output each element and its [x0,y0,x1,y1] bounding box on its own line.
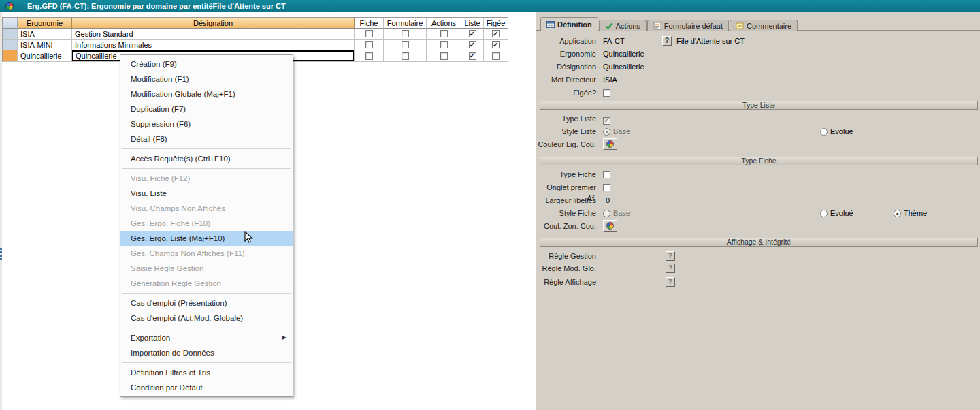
tab-commentaire[interactable]: Commentaire [730,20,798,31]
radio-style-liste-evolue[interactable] [820,128,828,136]
checkbox-fiche[interactable] [365,41,373,48]
checkbox-fiche[interactable] [365,52,373,60]
checkbox-actions[interactable] [440,30,448,37]
tab-actions[interactable]: Actions [599,20,647,31]
menu-item-cas-emploi-presentation[interactable]: Cas d'emploi (Présentation) [120,296,293,311]
menu-item-cas-emploi-act-mod-globale[interactable]: Cas d'emploi (Act.Mod. Globale) [120,311,293,326]
cell-designation[interactable]: Gestion Standard [72,29,355,40]
column-header-liste[interactable]: Liste [461,18,484,29]
menu-item-visu-liste[interactable]: Visu. Liste [120,186,293,201]
detail-panel: Définition Actions Formulaire défaut Com… [536,12,980,410]
submenu-arrow-icon: ▶ [282,330,287,345]
tab-strip: Définition Actions Formulaire défaut Com… [540,17,798,31]
mouse-cursor [244,231,256,243]
note-icon [736,22,744,30]
menu-item-generation-regle-gestion: Génération Règle Gestion [120,276,293,291]
column-header-designation[interactable]: Désignation [72,18,355,29]
checkbox-figee[interactable] [492,52,500,60]
checkbox-formulaire[interactable] [402,41,409,48]
checkbox-actions[interactable] [440,41,448,48]
menu-item-modification-globale[interactable]: Modification Globale (Maj+F1) [120,86,293,101]
menu-item-ges-champs-non-affiches: Ges. Champs Non Affichés (F11) [120,246,293,261]
column-header-ergonomie[interactable]: Ergonomie [18,18,72,29]
row-selector-header[interactable] [3,18,18,29]
checkbox-liste[interactable]: ✓ [469,52,476,60]
menu-item-detail[interactable]: Détail (F8) [120,131,293,146]
table-row[interactable]: ISIA Gestion Standard ✓ ✓ [3,29,508,40]
cell-ergonomie[interactable]: ISIA-MINI [18,40,72,50]
checkbox-formulaire[interactable] [402,30,409,37]
couleur-lig-cou-button[interactable] [603,138,617,150]
column-header-fiche[interactable]: Fiche [355,18,384,29]
palette-icon [606,140,614,148]
field-ergonomie: Ergonomie Quincaillerie [536,48,980,59]
largeur-libelles-value: 0 [606,195,610,206]
field-coul-zon-cou: Coul. Zon. Cou. [536,221,980,232]
menu-item-condition-par-defaut[interactable]: Condition par Défaut [120,380,293,395]
grid-icon [546,20,555,29]
menu-item-acces-requetes[interactable]: Accès Requête(s) (Ctrl+F10) [120,151,293,166]
checkbox-formulaire[interactable] [402,52,409,60]
cell-ergonomie[interactable]: ISIA [18,29,72,40]
column-header-figee[interactable]: Figée [484,18,508,29]
menu-item-modification[interactable]: Modification (F1) [120,72,293,86]
green-check-icon [605,22,613,30]
form-icon [653,22,662,30]
menu-item-ges-ergo-liste[interactable]: Ges. Ergo. Liste (Maj+F10) [120,231,293,246]
cell-ergonomie[interactable]: Quincaillerie [18,50,72,62]
field-onglet-premier-af: Onglet premier Af. [536,182,980,193]
column-header-actions[interactable]: Actions [427,18,461,29]
row-selector[interactable] [3,40,18,50]
table-row[interactable]: ISIA-MINI Informations Minimales ✓ ✓ [3,40,508,50]
application-help-button[interactable]: ? [662,36,672,46]
app-palette-icon [5,2,14,10]
checkbox-fiche[interactable] [365,30,373,37]
menu-item-suppression[interactable]: Suppression (F6) [120,116,293,131]
menu-item-definition-filtres-et-tris[interactable]: Définition Filtres et Tris [120,365,293,380]
menu-item-creation[interactable]: Création (F9) [120,57,293,72]
menu-item-ges-ergo-fiche: Ges. Ergo. Fiche (F10) [120,216,293,231]
radio-style-fiche-theme[interactable]: ● [894,210,901,217]
row-selector-current[interactable] [3,50,18,62]
palette-icon [606,222,614,230]
menu-item-importation-de-donnees[interactable]: Importation de Données [120,345,293,360]
designation-edit-value: Quincaillerie [76,52,117,60]
regle-mod-glo-help-button[interactable]: ? [666,264,675,273]
figee-checkbox[interactable] [603,89,610,97]
menu-item-visu-champs-non-affiches: Visu. Champs Non Affichés [120,201,293,216]
checkbox-liste[interactable]: ✓ [469,41,476,48]
field-application: Application FA-CT ? File d'Attente sur C… [536,35,980,46]
regle-gestion-help-button[interactable]: ? [666,251,675,261]
mot-directeur-value: ISIA [603,74,617,85]
onglet-premier-af-checkbox[interactable] [603,184,610,191]
type-liste-checkbox: ✓ [603,117,610,125]
checkbox-figee[interactable]: ✓ [492,41,500,48]
radio-style-fiche-evolue[interactable] [820,210,828,217]
menu-item-exportation[interactable]: Exportation ▶ [120,330,293,345]
field-mot-directeur: Mot Directeur ISIA [536,74,980,85]
field-type-liste: Type Liste ✓ [536,113,980,124]
checkbox-figee[interactable]: ✓ [492,30,500,37]
row-selector[interactable] [3,29,18,40]
designation-value: Quincaillerie [603,61,644,72]
tab-definition[interactable]: Définition [540,17,598,31]
coul-zon-cou-button[interactable] [603,220,617,232]
menu-item-saisie-regle-gestion: Saisie Règle Gestion [120,261,293,276]
field-couleur-lig-cou: Couleur Lig. Cou. [536,139,980,150]
field-regle-mod-glo: Règle Mod. Glo. ? [536,263,980,274]
menu-separator [122,362,291,363]
tab-formulaire-defaut[interactable]: Formulaire défaut [647,20,729,31]
type-fiche-checkbox[interactable] [603,171,610,178]
cell-designation[interactable]: Informations Minimales [72,40,355,50]
field-regle-affichage: Règle Affichage ? [536,277,980,287]
application-window: Erg.GFD (FA-CT): Ergonomie par domaine p… [0,0,980,410]
application-value: FA-CT [603,35,625,46]
column-header-formulaire[interactable]: Formulaire [384,18,427,29]
field-figee: Figée? [536,87,980,98]
field-style-liste: Style Liste ● Base Evolué [536,126,980,137]
regle-affichage-help-button[interactable]: ? [666,277,675,287]
checkbox-liste[interactable]: ✓ [469,30,476,37]
menu-item-duplication[interactable]: Duplication (F7) [120,101,293,116]
radio-style-fiche-base[interactable] [603,210,610,217]
checkbox-actions[interactable] [440,52,448,60]
